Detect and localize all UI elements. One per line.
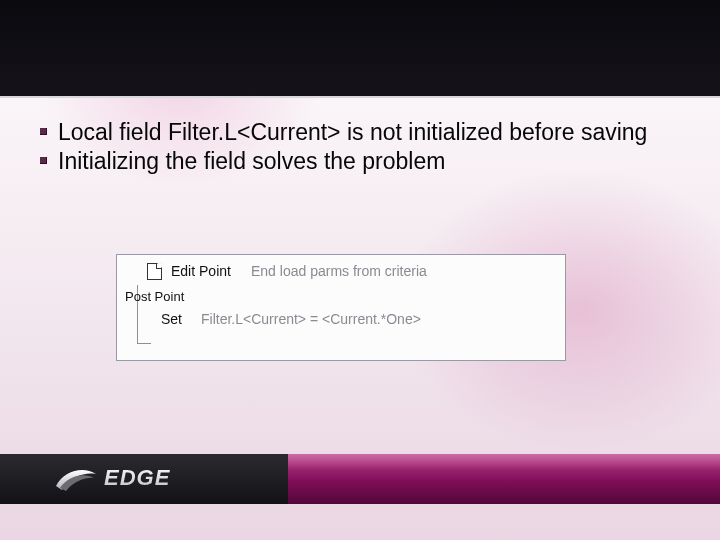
- footer-right: [288, 454, 720, 504]
- slide: Local field Filter.L<Current> is not ini…: [0, 0, 720, 540]
- bullet-item: Initializing the field solves the proble…: [36, 147, 680, 176]
- content-area: Local field Filter.L<Current> is not ini…: [36, 118, 680, 177]
- tree-line: [137, 343, 151, 344]
- page-icon: [147, 263, 162, 280]
- edit-point-label: Edit Point: [171, 263, 231, 279]
- bullet-text: Initializing the field solves the proble…: [58, 148, 445, 174]
- footer-left: EDGE: [0, 454, 288, 504]
- set-keyword: Set: [161, 311, 182, 327]
- bullet-list: Local field Filter.L<Current> is not ini…: [36, 118, 680, 177]
- logo-text: EDGE: [104, 465, 170, 491]
- edit-point-desc: End load parms from criteria: [251, 263, 427, 279]
- post-point-label: Post Point: [125, 289, 184, 304]
- swoosh-icon: [54, 464, 98, 492]
- title-band: [0, 0, 720, 96]
- bullet-text: Local field Filter.L<Current> is not ini…: [58, 119, 647, 145]
- footer-band: EDGE: [0, 454, 720, 504]
- bullet-item: Local field Filter.L<Current> is not ini…: [36, 118, 680, 147]
- edge-logo: EDGE: [54, 464, 170, 492]
- code-screenshot: Edit Point End load parms from criteria …: [116, 254, 566, 361]
- set-expression: Filter.L<Current> = <Current.*One>: [201, 311, 421, 327]
